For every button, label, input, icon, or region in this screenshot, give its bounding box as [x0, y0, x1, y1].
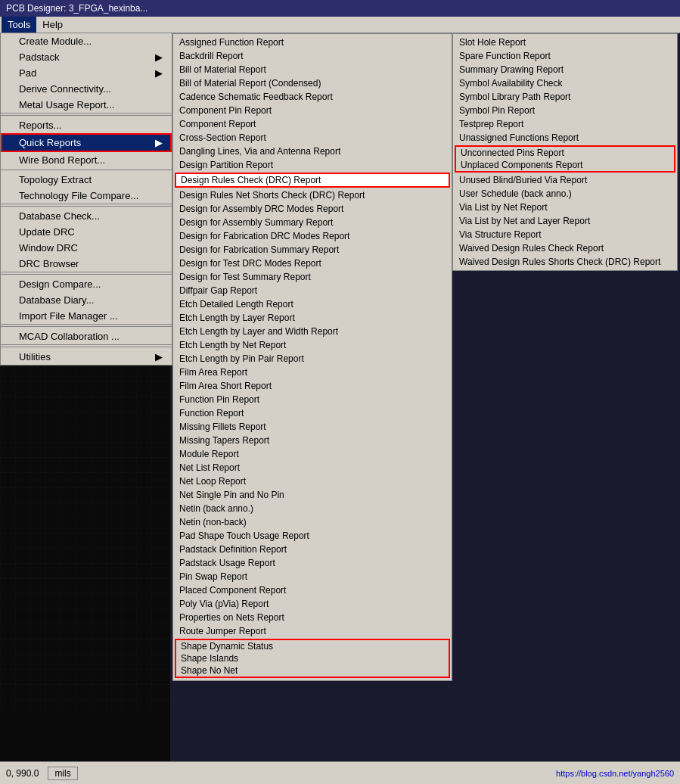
- report-pin-swap[interactable]: Pin Swap Report: [173, 570, 452, 583]
- report-properties-nets[interactable]: Properties on Nets Report: [173, 611, 452, 624]
- menu-metal-usage[interactable]: Metal Usage Report...: [1, 97, 172, 114]
- report-drc-outlined: Design Rules Check (DRC) Report: [175, 173, 450, 188]
- menu-create-module[interactable]: Create Module...: [1, 33, 172, 49]
- report-unassigned-functions[interactable]: Unassigned Functions Report: [453, 131, 677, 145]
- menu-reports[interactable]: Reports...: [1, 117, 172, 133]
- report-net-loop[interactable]: Net Loop Report: [173, 474, 452, 488]
- report-via-structure[interactable]: Via Structure Report: [453, 228, 677, 241]
- tools-submenu[interactable]: Create Module... Padstack ▶ Pad ▶ Derive…: [0, 33, 172, 366]
- report-dff-summary[interactable]: Design for Fabrication Summary Report: [173, 243, 452, 257]
- report-via-list-net[interactable]: Via List by Net Report: [453, 201, 677, 214]
- report-symbol-library-path[interactable]: Symbol Library Path Report: [453, 90, 677, 104]
- report-module[interactable]: Module Report: [173, 447, 452, 461]
- separator-5: [1, 326, 172, 327]
- menu-design-compare[interactable]: Design Compare...: [1, 276, 172, 292]
- report-shape-dynamic-status[interactable]: Shape Dynamic Status: [176, 640, 449, 652]
- report-function-pin[interactable]: Function Pin Report: [173, 393, 452, 406]
- menu-wire-bond[interactable]: Wire Bond Report...: [1, 152, 172, 168]
- menu-tools[interactable]: Tools: [2, 17, 36, 33]
- menu-window-drc[interactable]: Window DRC: [1, 240, 172, 256]
- report-dangling-lines[interactable]: Dangling Lines, Via and Antenna Report: [173, 145, 452, 158]
- report-dff-modes[interactable]: Design for Fabrication DRC Modes Report: [173, 229, 452, 243]
- report-shape-no-net[interactable]: Shape No Net: [176, 664, 449, 677]
- menu-quick-reports[interactable]: Quick Reports ▶: [1, 133, 172, 152]
- report-net-single-pin[interactable]: Net Single Pin and No Pin: [173, 488, 452, 502]
- report-padstack-definition[interactable]: Padstack Definition Report: [173, 543, 452, 556]
- report-bom[interactable]: Bill of Material Report: [173, 63, 452, 76]
- report-summary-drawing[interactable]: Summary Drawing Report: [453, 63, 677, 76]
- report-etch-layer[interactable]: Etch Length by Layer Report: [173, 311, 452, 325]
- report-testprep[interactable]: Testprep Report: [453, 117, 677, 131]
- report-component-pin[interactable]: Component Pin Report: [173, 104, 452, 117]
- report-missing-fillets[interactable]: Missing Fillets Report: [173, 420, 452, 434]
- menu-mcad-collaboration[interactable]: MCAD Collaboration ...: [1, 328, 172, 345]
- menu-topology-extract[interactable]: Topology Extract: [1, 172, 172, 188]
- report-design-partition[interactable]: Design Partition Report: [173, 158, 452, 172]
- menu-padstack[interactable]: Padstack ▶: [1, 49, 172, 65]
- report-pad-shape-touch[interactable]: Pad Shape Touch Usage Report: [173, 529, 452, 543]
- menu-utilities[interactable]: Utilities ▶: [1, 349, 172, 365]
- report-dfa-modes[interactable]: Design for Assembly DRC Modes Report: [173, 202, 452, 216]
- report-cadence-schematic[interactable]: Cadence Schematic Feedback Report: [173, 90, 452, 104]
- report-film-area-short[interactable]: Film Area Short Report: [173, 379, 452, 393]
- report-bom-condensed[interactable]: Bill of Material Report (Condensed): [173, 76, 452, 90]
- report-symbol-pin[interactable]: Symbol Pin Report: [453, 104, 677, 117]
- quick-reports-arrow-icon: ▶: [155, 137, 163, 148]
- report-shape-islands[interactable]: Shape Islands: [176, 652, 449, 664]
- report-dft-summary[interactable]: Design for Test Summary Report: [173, 270, 452, 284]
- quick-reports-left-column[interactable]: Assigned Function Report Backdrill Repor…: [172, 33, 452, 681]
- report-waived-drc-shorts[interactable]: Waived Design Rules Shorts Check (DRC) R…: [453, 255, 677, 269]
- menu-drc-browser[interactable]: DRC Browser: [1, 256, 172, 272]
- report-unplaced-components[interactable]: Unplaced Components Report: [456, 159, 674, 171]
- report-unconnected-pins[interactable]: Unconnected Pins Report: [456, 147, 674, 159]
- status-coordinates: 0, 990.0: [6, 768, 39, 779]
- report-padstack-usage[interactable]: Padstack Usage Report: [173, 556, 452, 570]
- title-bar: PCB Designer: 3_FPGA_hexinba...: [0, 0, 680, 17]
- menu-import-file-manager[interactable]: Import File Manager ...: [1, 308, 172, 325]
- report-etch-net[interactable]: Etch Length by Net Report: [173, 338, 452, 352]
- report-backdrill[interactable]: Backdrill Report: [173, 49, 452, 63]
- report-component[interactable]: Component Report: [173, 117, 452, 131]
- quick-reports-right-column[interactable]: Slot Hole Report Spare Function Report S…: [452, 33, 678, 271]
- menu-update-drc[interactable]: Update DRC: [1, 224, 172, 240]
- report-route-jumper[interactable]: Route Jumper Report: [173, 624, 452, 638]
- report-assigned-function[interactable]: Assigned Function Report: [173, 36, 452, 49]
- report-net-list[interactable]: Net List Report: [173, 461, 452, 474]
- report-function[interactable]: Function Report: [173, 406, 452, 420]
- unconnected-group-outlined: Unconnected Pins Report Unplaced Compone…: [455, 145, 675, 173]
- pad-arrow-icon: ▶: [155, 67, 163, 79]
- menu-database-diary[interactable]: Database Diary...: [1, 292, 172, 308]
- report-via-list-net-layer[interactable]: Via List by Net and Layer Report: [453, 214, 677, 228]
- report-etch-pin-pair[interactable]: Etch Length by Pin Pair Report: [173, 352, 452, 366]
- report-waived-drc[interactable]: Waived Design Rules Check Report: [453, 241, 677, 255]
- padstack-arrow-icon: ▶: [155, 51, 163, 63]
- report-slot-hole[interactable]: Slot Hole Report: [453, 36, 677, 49]
- report-film-area[interactable]: Film Area Report: [173, 366, 452, 379]
- report-dfa-summary[interactable]: Design for Assembly Summary Report: [173, 216, 452, 229]
- report-unused-blind-buried[interactable]: Unused Blind/Buried Via Report: [453, 173, 677, 187]
- report-dft-modes[interactable]: Design for Test DRC Modes Report: [173, 257, 452, 270]
- report-symbol-availability[interactable]: Symbol Availability Check: [453, 76, 677, 90]
- separator-4: [1, 274, 172, 275]
- menu-tech-file-compare[interactable]: Technology File Compare...: [1, 188, 172, 204]
- menu-database-check[interactable]: Database Check...: [1, 208, 172, 224]
- menu-pad[interactable]: Pad ▶: [1, 65, 172, 81]
- report-etch-layer-width[interactable]: Etch Length by Layer and Width Report: [173, 325, 452, 338]
- menu-bar: Tools Help: [0, 17, 680, 33]
- report-drc-shorts[interactable]: Design Rules Net Shorts Check (DRC) Repo…: [173, 188, 452, 202]
- menu-help[interactable]: Help: [36, 17, 69, 33]
- report-netin-non-back[interactable]: Netin (non-back): [173, 515, 452, 529]
- status-unit-button[interactable]: mils: [48, 767, 77, 780]
- separator-6: [1, 347, 172, 347]
- report-missing-tapers[interactable]: Missing Tapers Report: [173, 434, 452, 447]
- report-drc[interactable]: Design Rules Check (DRC) Report: [176, 174, 449, 186]
- report-placed-component[interactable]: Placed Component Report: [173, 583, 452, 597]
- report-netin-back[interactable]: Netin (back anno.): [173, 502, 452, 515]
- report-poly-via[interactable]: Poly Via (pVia) Report: [173, 597, 452, 611]
- report-diffpair-gap[interactable]: Diffpair Gap Report: [173, 284, 452, 297]
- menu-derive-connectivity[interactable]: Derive Connectivity...: [1, 81, 172, 97]
- report-cross-section[interactable]: Cross-Section Report: [173, 131, 452, 145]
- report-etch-detailed[interactable]: Etch Detailed Length Report: [173, 297, 452, 311]
- report-spare-function[interactable]: Spare Function Report: [453, 49, 677, 63]
- report-user-schedule[interactable]: User Schedule (back anno.): [453, 187, 677, 201]
